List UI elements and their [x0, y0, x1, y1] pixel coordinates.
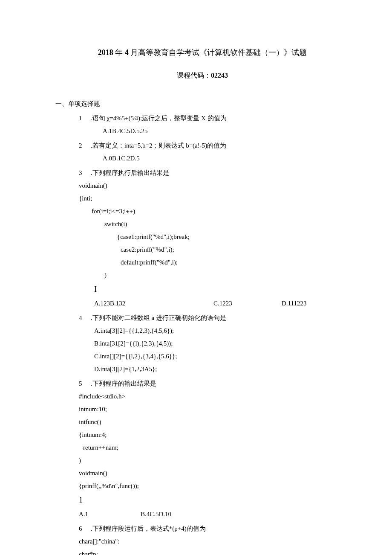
code-line: {inti; — [79, 192, 349, 205]
question-number: 6 — [79, 522, 91, 535]
code-line: ) — [79, 269, 349, 282]
option-a-b: A.123B.132 — [94, 297, 213, 310]
option-b: B.inta[31[2]={{l),{2,3),{4,5)); — [79, 337, 349, 350]
code-line: 1 — [79, 492, 349, 508]
code-line: intnum:10; — [79, 403, 349, 416]
question-1-options: A.1B.4C.5D.5.25 — [79, 125, 349, 137]
exam-page: 2018 年 4 月高等教育自学考试《计算机软件基础（一）》试题 课程代码：02… — [0, 0, 392, 555]
question-number: 4 — [79, 311, 91, 324]
option-c: C.1223 — [213, 297, 282, 310]
question-number: 2 — [79, 139, 91, 152]
question-2: 2 .若有定义：inta=5,b=2；则表达式 b=(a!-5)的值为 — [79, 139, 349, 152]
question-number: 3 — [79, 166, 91, 179]
year-bold: 2018 — [98, 48, 113, 57]
question-5: 5 .下列程序的输出结果是 — [79, 377, 349, 390]
code-line: {intnum:4; — [79, 428, 349, 441]
course-label: 课程代码： — [177, 72, 211, 79]
code-line: switch(i) — [79, 218, 349, 230]
question-3-options: A.123B.132 C.1223 D.111223 — [79, 297, 349, 310]
question-number: 5 — [79, 377, 91, 390]
exam-title: 2018 年 4 月高等教育自学考试《计算机软件基础（一）》试题 — [55, 45, 349, 60]
question-4: 4 .下列不能对二维数组 a 进行正确初始化的语句是 — [79, 311, 349, 324]
code-line: return++nam; — [79, 441, 349, 454]
question-text: .下列不能对二维数组 a 进行正确初始化的语句是 — [91, 311, 349, 324]
month-bold: 4 — [125, 48, 129, 57]
code-line: case2:prinff("%d",i); — [79, 243, 349, 256]
question-text: .语句 χ=4%5+(5⁄4);运行之后，整型变量 X 的值为 — [91, 112, 349, 125]
question-list: 1 .语句 χ=4%5+(5⁄4);运行之后，整型变量 X 的值为 A.1B.4… — [55, 112, 349, 555]
question-number: 1 — [79, 112, 91, 125]
code-line: voidmain() — [79, 179, 349, 192]
question-text: .下列程序段运行后，表达式*(p+4)的值为 — [91, 522, 349, 535]
title-rest: 月高等教育自学考试《计算机软件基础（一）》试题 — [129, 48, 307, 57]
code-line: ) — [79, 454, 349, 467]
section-heading: 一、单项选择题 — [55, 97, 349, 110]
question-text: .下列程序的输出结果是 — [91, 377, 349, 390]
code-line: #include<stdio,h> — [79, 390, 349, 403]
code-line: I — [79, 282, 349, 297]
question-2-options: A.0B.1C.2D.5 — [79, 152, 349, 165]
option-c: C.inta[][2]={{l,2},{3,4},{5,6}}; — [79, 350, 349, 363]
code-line: chara[]:"china": — [79, 535, 349, 548]
question-5-options: A.1B.4C.5D.10 — [79, 508, 349, 520]
course-code-line: 课程代码：02243 — [55, 69, 349, 82]
course-code: 02243 — [211, 72, 228, 79]
title-mid: 年 — [113, 48, 125, 57]
question-1: 1 .语句 χ=4%5+(5⁄4);运行之后，整型变量 X 的值为 — [79, 112, 349, 125]
code-line: default:prinff("%d",i); — [79, 256, 349, 269]
code-line: for(i=l;i<=3;i++) — [79, 205, 349, 218]
question-3: 3 .下列程序执行后输出结果是 — [79, 166, 349, 179]
code-line: char*p; — [79, 548, 349, 555]
option-a: A.inta[3][2]={{1,2,3),{4,5,6}); — [79, 324, 349, 337]
question-6: 6 .下列程序段运行后，表达式*(p+4)的值为 — [79, 522, 349, 535]
code-line: voidmain() — [79, 467, 349, 479]
question-text: .若有定义：inta=5,b=2；则表达式 b=(a!-5)的值为 — [91, 139, 349, 152]
code-line: {prinff(,,%d\n",func()); — [79, 479, 349, 492]
code-line: intfunc() — [79, 416, 349, 428]
option-a: A.1 — [79, 508, 141, 520]
code-line: {case1:printf("%d",i);break; — [79, 230, 349, 243]
option-d: D.inta[3][2]={1,2,3A5}; — [79, 363, 349, 375]
question-text: .下列程序执行后输出结果是 — [91, 166, 349, 179]
option-d: D.111223 — [282, 297, 333, 310]
option-bcd: B.4C.5D.10 — [141, 511, 171, 517]
